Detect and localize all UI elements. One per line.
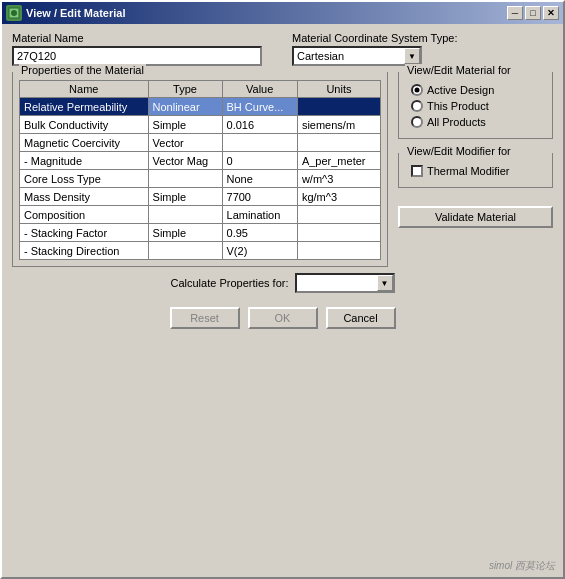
ok-button[interactable]: OK bbox=[248, 307, 318, 329]
cell-value: None bbox=[222, 170, 297, 188]
window-title: View / Edit Material bbox=[26, 7, 125, 19]
cell-type: Vector Mag bbox=[148, 152, 222, 170]
right-panel: View/Edit Material for Active Design Thi… bbox=[398, 72, 553, 273]
table-row[interactable]: Core Loss TypeNonew/m^3 bbox=[20, 170, 381, 188]
maximize-button[interactable]: □ bbox=[525, 6, 541, 20]
cell-value: Lamination bbox=[222, 206, 297, 224]
radio-all-products[interactable]: All Products bbox=[411, 116, 540, 128]
cell-name: Relative Permeability bbox=[20, 98, 149, 116]
title-bar: View / Edit Material ─ □ ✕ bbox=[2, 2, 563, 24]
radio-active-design-label: Active Design bbox=[427, 84, 494, 96]
table-row[interactable]: Bulk ConductivitySimple0.016siemens/m bbox=[20, 116, 381, 134]
cell-units: siemens/m bbox=[297, 116, 380, 134]
watermark: simol 西莫论坛 bbox=[489, 559, 555, 573]
cell-name: Magnetic Coercivity bbox=[20, 134, 149, 152]
radio-active-design[interactable]: Active Design bbox=[411, 84, 540, 96]
radio-group: Active Design This Product All Products bbox=[405, 80, 546, 132]
cell-name: - Magnitude bbox=[20, 152, 149, 170]
cell-units bbox=[297, 242, 380, 260]
table-row[interactable]: - Stacking DirectionV(2) bbox=[20, 242, 381, 260]
radio-all-products-circle bbox=[411, 116, 423, 128]
minimize-button[interactable]: ─ bbox=[507, 6, 523, 20]
modifier-content: Thermal Modifier bbox=[405, 161, 546, 181]
cell-units bbox=[297, 206, 380, 224]
cell-name: Core Loss Type bbox=[20, 170, 149, 188]
view-edit-for-group: View/Edit Material for Active Design Thi… bbox=[398, 72, 553, 139]
left-panel: Properties of the Material Name Type Val… bbox=[12, 72, 388, 273]
cell-units: w/m^3 bbox=[297, 170, 380, 188]
coord-system-select-wrapper: Cartesian ▼ bbox=[292, 46, 422, 66]
svg-point-1 bbox=[11, 10, 17, 16]
calc-row: Calculate Properties for: ▼ bbox=[12, 273, 553, 293]
coord-system-select[interactable]: Cartesian bbox=[292, 46, 422, 66]
cell-value: 0.95 bbox=[222, 224, 297, 242]
properties-table: Name Type Value Units Relative Permeabil… bbox=[19, 80, 381, 260]
table-row[interactable]: Mass DensitySimple7700kg/m^3 bbox=[20, 188, 381, 206]
cell-type: Simple bbox=[148, 188, 222, 206]
calc-label: Calculate Properties for: bbox=[171, 277, 289, 289]
cell-units: A_per_meter bbox=[297, 152, 380, 170]
modifier-group: View/Edit Modifier for Thermal Modifier bbox=[398, 153, 553, 188]
material-name-label: Material Name bbox=[12, 32, 262, 44]
cell-type bbox=[148, 170, 222, 188]
main-layout: Properties of the Material Name Type Val… bbox=[12, 72, 553, 273]
coord-system-group: Material Coordinate System Type: Cartesi… bbox=[292, 32, 457, 66]
radio-this-product-circle bbox=[411, 100, 423, 112]
cell-name: Mass Density bbox=[20, 188, 149, 206]
cell-type: Simple bbox=[148, 224, 222, 242]
material-name-group: Material Name bbox=[12, 32, 262, 66]
bottom-bar: Reset OK Cancel bbox=[12, 299, 553, 337]
thermal-modifier-checkbox-item[interactable]: Thermal Modifier bbox=[411, 165, 540, 177]
cell-units bbox=[297, 134, 380, 152]
title-bar-left: View / Edit Material bbox=[6, 5, 125, 21]
validate-material-button[interactable]: Validate Material bbox=[398, 206, 553, 228]
properties-group-label: Properties of the Material bbox=[19, 64, 146, 76]
col-header-value: Value bbox=[222, 81, 297, 98]
table-row[interactable]: Relative PermeabilityNonlinearBH Curve..… bbox=[20, 98, 381, 116]
thermal-modifier-checkbox bbox=[411, 165, 423, 177]
cell-name: - Stacking Factor bbox=[20, 224, 149, 242]
main-window: View / Edit Material ─ □ ✕ Material Name… bbox=[0, 0, 565, 579]
close-button[interactable]: ✕ bbox=[543, 6, 559, 20]
properties-group: Properties of the Material Name Type Val… bbox=[12, 72, 388, 267]
cancel-button[interactable]: Cancel bbox=[326, 307, 396, 329]
calc-select[interactable] bbox=[295, 273, 395, 293]
table-row[interactable]: Magnetic CoercivityVector bbox=[20, 134, 381, 152]
col-header-name: Name bbox=[20, 81, 149, 98]
coord-system-label: Material Coordinate System Type: bbox=[292, 32, 457, 44]
table-row[interactable]: CompositionLamination bbox=[20, 206, 381, 224]
title-buttons: ─ □ ✕ bbox=[507, 6, 559, 20]
table-row[interactable]: - Stacking FactorSimple0.95 bbox=[20, 224, 381, 242]
cell-value: 7700 bbox=[222, 188, 297, 206]
material-name-input[interactable] bbox=[12, 46, 262, 66]
cell-name: - Stacking Direction bbox=[20, 242, 149, 260]
cell-name: Bulk Conductivity bbox=[20, 116, 149, 134]
radio-all-products-label: All Products bbox=[427, 116, 486, 128]
app-icon bbox=[6, 5, 22, 21]
modifier-group-label: View/Edit Modifier for bbox=[405, 145, 513, 157]
cell-value: 0 bbox=[222, 152, 297, 170]
window-content: Material Name Material Coordinate System… bbox=[2, 24, 563, 345]
top-fields-row: Material Name Material Coordinate System… bbox=[12, 32, 553, 66]
col-header-type: Type bbox=[148, 81, 222, 98]
cell-type bbox=[148, 206, 222, 224]
radio-this-product-label: This Product bbox=[427, 100, 489, 112]
view-edit-for-label: View/Edit Material for bbox=[405, 64, 513, 76]
cell-value bbox=[222, 134, 297, 152]
cell-units: kg/m^3 bbox=[297, 188, 380, 206]
reset-button[interactable]: Reset bbox=[170, 307, 240, 329]
table-row[interactable]: - MagnitudeVector Mag0A_per_meter bbox=[20, 152, 381, 170]
calc-select-wrapper: ▼ bbox=[295, 273, 395, 293]
col-header-units: Units bbox=[297, 81, 380, 98]
thermal-modifier-label: Thermal Modifier bbox=[427, 165, 510, 177]
cell-value: 0.016 bbox=[222, 116, 297, 134]
radio-this-product[interactable]: This Product bbox=[411, 100, 540, 112]
cell-name: Composition bbox=[20, 206, 149, 224]
cell-type: Vector bbox=[148, 134, 222, 152]
cell-type: Nonlinear bbox=[148, 98, 222, 116]
cell-type: Simple bbox=[148, 116, 222, 134]
radio-active-design-circle bbox=[411, 84, 423, 96]
cell-value: V(2) bbox=[222, 242, 297, 260]
coord-system-row: Cartesian ▼ bbox=[292, 46, 457, 66]
cell-units bbox=[297, 224, 380, 242]
